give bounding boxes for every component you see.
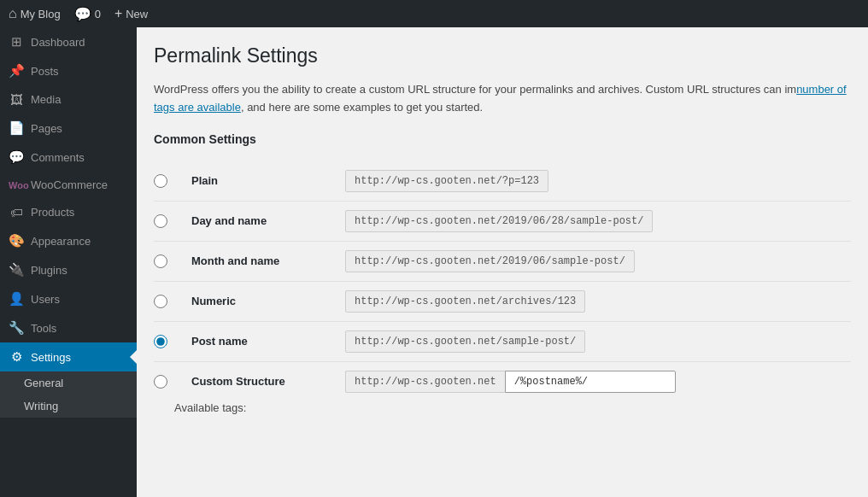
radio-plain[interactable] [154,174,167,188]
value-month-name: http://wp-cs.gooten.net/2019/06/sample-p… [345,250,851,272]
permalink-row-custom: Custom Structure http://wp-cs.gooten.net… [154,362,851,423]
posts-icon: 📌 [9,63,24,79]
radio-col-post-name [154,335,174,348]
radio-col-custom [154,375,174,389]
description-text-before-link: WordPress offers you the ability to crea… [154,83,796,96]
permalink-row-month-name: Month and name http://wp-cs.gooten.net/2… [154,242,851,282]
available-tags-text: Available tags: [174,401,246,414]
sidebar-item-label: Appearance [31,235,91,248]
products-icon: 🏷 [9,205,24,219]
url-display-month-name: http://wp-cs.gooten.net/2019/06/sample-p… [345,250,635,272]
sidebar-item-users[interactable]: 👤 Users [0,284,137,313]
url-display-post-name: http://wp-cs.gooten.net/sample-post/ [345,330,585,353]
radio-col-plain [154,174,174,188]
sidebar-item-appearance[interactable]: 🎨 Appearance [0,226,137,255]
media-icon: 🖼 [9,92,24,107]
plugins-icon: 🔌 [9,262,24,278]
page-description: WordPress offers you the ability to crea… [154,81,851,117]
sidebar-item-settings[interactable]: ⚙ Settings [0,342,137,371]
radio-custom[interactable] [154,375,167,389]
admin-bar-site-name: My Blog [21,8,61,20]
radio-post-name[interactable] [154,335,167,348]
value-post-name: http://wp-cs.gooten.net/sample-post/ [345,330,851,353]
radio-col-month-name [154,254,174,268]
sidebar-subitem-writing[interactable]: Writing [0,395,137,418]
available-tags-label: Available tags: [154,401,246,414]
main-layout: ⊞ Dashboard 📌 Posts 🖼 Media 📄 Pages 💬 Co… [0,27,868,497]
sidebar-item-woocommerce[interactable]: Woo WooCommerce [0,172,137,198]
value-plain: http://wp-cs.gooten.net/?p=123 [345,170,851,192]
permalink-row-day-name: Day and name http://wp-cs.gooten.net/201… [154,202,851,242]
url-display-numeric: http://wp-cs.gooten.net/archives/123 [345,290,585,313]
sidebar-item-label: Plugins [31,264,67,277]
permalink-row-post-name: Post name http://wp-cs.gooten.net/sample… [154,322,851,362]
sidebar-item-label: Tools [31,322,56,335]
sidebar-item-label: Comments [31,151,85,164]
users-icon: 👤 [9,291,24,307]
sidebar-item-label: WooCommerce [31,178,108,191]
dashboard-icon: ⊞ [9,34,24,50]
radio-col-day-name [154,214,174,228]
sidebar-item-label: Posts [31,65,59,78]
label-month-name: Month and name [191,254,328,267]
comment-icon: 💬 [74,6,91,22]
custom-structure-input[interactable] [505,371,676,393]
value-day-name: http://wp-cs.gooten.net/2019/06/28/sampl… [345,210,851,232]
sidebar-subitem-label: Writing [24,400,58,412]
custom-structure-row: Custom Structure http://wp-cs.gooten.net [154,371,676,393]
sidebar-item-label: Settings [31,351,71,364]
plus-icon: + [114,6,122,21]
pages-icon: 📄 [9,120,24,136]
sidebar-item-label: Pages [31,122,62,135]
description-text-after-link: , and here are some examples to get you … [241,101,483,114]
label-day-name: Day and name [191,214,328,227]
permalink-row-numeric: Numeric http://wp-cs.gooten.net/archives… [154,282,851,322]
sidebar-item-pages[interactable]: 📄 Pages [0,114,137,143]
admin-bar-new[interactable]: + New [114,6,148,21]
admin-bar-comments[interactable]: 💬 0 [74,6,101,22]
settings-submenu: General Writing [0,371,137,418]
settings-icon: ⚙ [9,349,24,365]
label-custom: Custom Structure [191,375,328,388]
radio-numeric[interactable] [154,295,167,308]
sidebar-item-comments[interactable]: 💬 Comments [0,143,137,172]
label-post-name: Post name [191,335,328,348]
sidebar-item-label: Media [31,93,61,106]
sidebar-item-tools[interactable]: 🔧 Tools [0,313,137,342]
admin-bar-comments-count: 0 [95,8,101,20]
value-custom: http://wp-cs.gooten.net [345,371,676,393]
common-settings-title: Common Settings [154,132,851,149]
admin-bar: ⌂ My Blog 💬 0 + New [0,0,868,27]
radio-day-name[interactable] [154,214,167,228]
url-display-plain: http://wp-cs.gooten.net/?p=123 [345,170,548,192]
main-content: Permalink Settings WordPress offers you … [137,27,868,497]
sidebar-item-products[interactable]: 🏷 Products [0,198,137,226]
page-title: Permalink Settings [154,44,851,67]
woocommerce-icon: Woo [9,180,24,190]
sidebar: ⊞ Dashboard 📌 Posts 🖼 Media 📄 Pages 💬 Co… [0,27,137,497]
url-display-custom-base: http://wp-cs.gooten.net [345,371,505,393]
sidebar-item-media[interactable]: 🖼 Media [0,85,137,114]
sidebar-subitem-label: General [24,377,63,389]
sidebar-item-label: Users [31,293,60,306]
admin-bar-home[interactable]: ⌂ My Blog [9,6,61,21]
tools-icon: 🔧 [9,320,24,336]
radio-month-name[interactable] [154,254,167,268]
sidebar-item-dashboard[interactable]: ⊞ Dashboard [0,27,137,56]
sidebar-item-label: Dashboard [31,36,85,49]
sidebar-item-posts[interactable]: 📌 Posts [0,56,137,85]
label-plain: Plain [191,174,328,187]
label-numeric: Numeric [191,295,328,307]
sidebar-subitem-general[interactable]: General [0,371,137,395]
permalink-row-plain: Plain http://wp-cs.gooten.net/?p=123 [154,161,851,202]
sidebar-item-label: Products [31,206,74,219]
appearance-icon: 🎨 [9,233,24,248]
url-display-day-name: http://wp-cs.gooten.net/2019/06/28/sampl… [345,210,653,232]
comments-icon: 💬 [9,149,24,165]
sidebar-item-plugins[interactable]: 🔌 Plugins [0,255,137,284]
value-numeric: http://wp-cs.gooten.net/archives/123 [345,290,851,313]
radio-col-numeric [154,295,174,308]
home-icon: ⌂ [9,6,17,21]
admin-bar-new-label: New [126,8,148,20]
